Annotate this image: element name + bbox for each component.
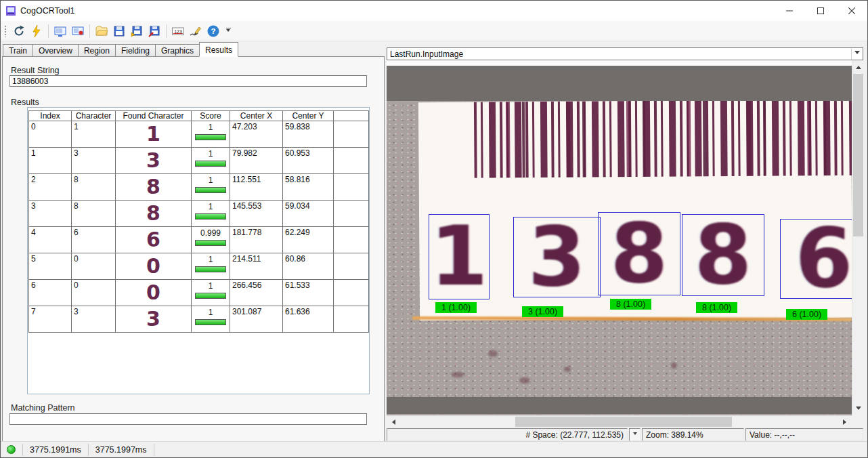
save-results-button[interactable] [129, 23, 145, 39]
detection-box: 1 [429, 214, 490, 299]
save-button[interactable] [111, 23, 127, 39]
run-loop-icon [12, 24, 26, 38]
numeric-123-icon: 123 [171, 24, 185, 38]
col-header-character: Character [72, 111, 116, 121]
cell-score: 1 [192, 148, 230, 174]
score-bar [195, 134, 226, 140]
image-gray-band-top [387, 66, 852, 101]
cell-score: 1 [192, 253, 230, 280]
cell-character: 8 [72, 174, 116, 201]
run-loop-button[interactable] [11, 23, 27, 39]
image-source-dropdown-button[interactable] [851, 48, 863, 60]
tab-graphics[interactable]: Graphics [155, 44, 200, 57]
live-display-button[interactable] [52, 23, 68, 39]
score-bar [195, 187, 226, 193]
cell-empty [334, 280, 369, 306]
cell-center-x: 181.778 [230, 227, 283, 253]
minimize-button[interactable] [774, 1, 805, 20]
scroll-up-button[interactable] [852, 60, 864, 72]
scroll-left-button[interactable] [387, 416, 398, 428]
toolbar-separator [89, 24, 90, 38]
record-display-button[interactable] [70, 23, 86, 39]
cell-empty [334, 201, 369, 227]
cell-found-character: 1 [116, 121, 192, 148]
table-row[interactable]: 3 8 8 1 145.553 59.034 [29, 201, 369, 227]
table-row[interactable]: 6 0 0 1 266.456 61.533 [29, 280, 369, 306]
image-source-combobox[interactable]: LastRun.InputImage [387, 47, 863, 60]
cell-center-y: 58.816 [283, 174, 334, 201]
results-grid-container: Index Character Found Character Score Ce… [27, 107, 370, 394]
result-string-field[interactable] [9, 75, 367, 87]
cell-character: 3 [72, 148, 116, 174]
score-bar-fill [196, 161, 225, 166]
minimize-icon [786, 7, 793, 14]
cell-empty [334, 174, 369, 201]
cell-center-y: 60.953 [283, 148, 334, 174]
maximize-button[interactable] [805, 1, 836, 20]
detection-score-label: 8 (1.00) [610, 299, 651, 310]
noise-spot [564, 367, 571, 372]
horizontal-scrollbar-thumb[interactable] [515, 417, 732, 427]
image-viewport[interactable]: 1 3 8 8 6 1 (1.00) 3 (1.00) 8 (1.00) 8 (… [387, 60, 852, 415]
triangle-right-icon [843, 419, 849, 425]
barcode-image [474, 100, 852, 178]
zoom-level-cell: Zoom: 389.14% [642, 428, 744, 441]
detection-score-label: 3 (1.00) [522, 306, 563, 317]
cell-index: 2 [29, 174, 72, 201]
table-row[interactable]: 0 1 1 1 47.203 59.838 [29, 121, 369, 148]
image-gray-band-bottom [387, 397, 852, 414]
col-header-score: Score [192, 111, 230, 121]
score-bar [195, 213, 226, 220]
chevron-down-icon [226, 29, 230, 34]
image-source-value: LastRun.InputImage [387, 49, 851, 59]
open-file-button[interactable] [93, 23, 110, 39]
toolbar-overflow-button[interactable] [223, 23, 233, 39]
detected-digit: 8 [611, 222, 668, 286]
detection-score-label: 6 (1.00) [786, 309, 827, 320]
close-button[interactable] [836, 1, 867, 20]
results-label: Results [11, 98, 39, 107]
cell-center-x: 47.203 [230, 121, 283, 148]
toolbar-grip[interactable] [4, 25, 7, 37]
vertical-scrollbar[interactable] [852, 60, 863, 415]
table-row[interactable]: 4 6 6 0.999 181.778 62.249 [29, 227, 369, 253]
table-row[interactable]: 7 3 3 1 301.087 61.636 [29, 306, 369, 333]
vertical-scrollbar-thumb[interactable] [853, 74, 863, 236]
cell-character: 1 [72, 121, 116, 148]
cell-empty [334, 306, 369, 333]
import-button[interactable] [146, 23, 162, 39]
help-button[interactable]: ? [205, 23, 221, 39]
open-folder-icon [95, 24, 108, 38]
space-selector-button[interactable] [629, 428, 641, 441]
tab-overview[interactable]: Overview [32, 44, 79, 57]
app-icon [5, 5, 16, 16]
horizontal-scrollbar[interactable] [387, 415, 852, 427]
chevron-down-icon [633, 432, 637, 437]
cell-center-x: 214.511 [230, 253, 283, 280]
numeric-options-button[interactable]: 123 [170, 23, 186, 39]
table-row[interactable]: 2 8 8 1 112.551 58.816 [29, 174, 369, 201]
cell-index: 7 [29, 306, 72, 333]
record-display-icon [71, 24, 85, 38]
matching-pattern-field[interactable] [9, 413, 367, 425]
detected-digit: 6 [796, 226, 852, 291]
scroll-down-button[interactable] [852, 404, 864, 415]
signature-button[interactable] [188, 23, 204, 39]
tab-results[interactable]: Results [199, 42, 238, 57]
pixel-value-text: Value: --,--,-- [750, 430, 795, 440]
score-bar [195, 266, 226, 272]
scroll-right-button[interactable] [840, 416, 852, 428]
run-status-led [7, 445, 16, 454]
cell-found-character: 6 [116, 227, 192, 253]
cell-empty [334, 253, 369, 280]
svg-text:?: ? [211, 27, 215, 35]
table-row[interactable]: 1 3 3 1 79.982 60.953 [29, 148, 369, 174]
score-bar-fill [196, 188, 225, 192]
table-row[interactable]: 5 0 0 1 214.511 60.86 [29, 253, 369, 280]
tab-fielding[interactable]: Fielding [115, 44, 156, 57]
tab-train[interactable]: Train [3, 44, 33, 57]
col-header-found-character: Found Character [116, 111, 192, 121]
noise-spot [488, 350, 498, 357]
run-once-button[interactable] [28, 23, 45, 39]
tab-region[interactable]: Region [78, 44, 116, 57]
